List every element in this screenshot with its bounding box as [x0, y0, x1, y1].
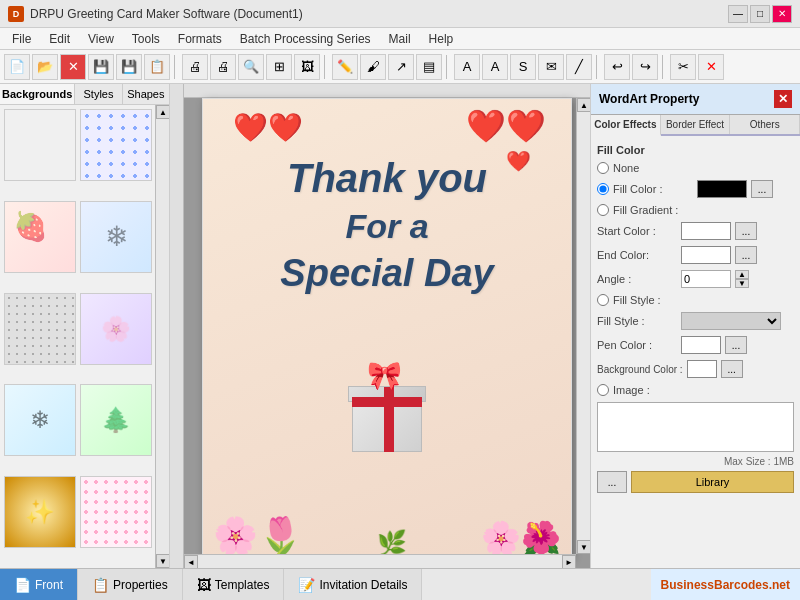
bg-thumb-8[interactable]: 🌲	[80, 384, 152, 456]
menu-help[interactable]: Help	[421, 30, 462, 48]
image-area[interactable]	[597, 402, 794, 452]
toolbar-text[interactable]: A	[454, 54, 480, 80]
vertical-scrollbar[interactable]: ▲ ▼	[576, 98, 590, 554]
bow: 🎀	[367, 359, 402, 392]
angle-down-btn[interactable]: ▼	[735, 279, 749, 288]
toolbar-barcode[interactable]: ▤	[416, 54, 442, 80]
toolbar-open[interactable]: 📂	[32, 54, 58, 80]
toolbar-print2[interactable]: 🖨	[210, 54, 236, 80]
menubar: File Edit View Tools Formats Batch Proce…	[0, 28, 800, 50]
menu-view[interactable]: View	[80, 30, 122, 48]
end-color-dots-btn[interactable]: ...	[735, 246, 757, 264]
start-color-dots-btn[interactable]: ...	[735, 222, 757, 240]
tab-invitation[interactable]: 📝 Invitation Details	[284, 569, 422, 600]
card-canvas[interactable]: ❤️❤️ ❤️❤️ ❤️ Thank you For a Special Day	[202, 98, 572, 558]
h-scroll-track[interactable]	[198, 555, 562, 568]
tab-others[interactable]: Others	[730, 115, 800, 134]
toolbar-redo[interactable]: ↪	[632, 54, 658, 80]
branch-center: 🌿	[377, 529, 407, 557]
radio-none[interactable]	[597, 162, 609, 174]
end-color-swatch[interactable]	[681, 246, 731, 264]
toolbar-new[interactable]: 📄	[4, 54, 30, 80]
toolbar-line[interactable]: ╱	[566, 54, 592, 80]
toolbar-grid[interactable]: ⊞	[266, 54, 292, 80]
scroll-up-arrow[interactable]: ▲	[156, 105, 169, 119]
tab-color-effects[interactable]: Color Effects	[591, 115, 661, 136]
pen-color-dots-btn[interactable]: ...	[725, 336, 747, 354]
bg-color-swatch[interactable]	[687, 360, 717, 378]
bg-color-dots-btn[interactable]: ...	[721, 360, 743, 378]
minimize-btn[interactable]: —	[728, 5, 748, 23]
toolbar-text2[interactable]: A	[482, 54, 508, 80]
toolbar-email[interactable]: ✉	[538, 54, 564, 80]
right-panel-close-btn[interactable]: ✕	[774, 90, 792, 108]
flower-right: 🌸🌺	[481, 519, 561, 557]
radio-none-row: None	[597, 162, 794, 174]
bg-thumb-5[interactable]	[4, 293, 76, 365]
toolbar-save[interactable]: 💾	[88, 54, 114, 80]
tab-properties[interactable]: 📋 Properties	[78, 569, 183, 600]
window-controls[interactable]: — □ ✕	[728, 5, 792, 23]
angle-input[interactable]	[681, 270, 731, 288]
menu-tools[interactable]: Tools	[124, 30, 168, 48]
toolbar-copy[interactable]: 📋	[144, 54, 170, 80]
toolbar-zoom[interactable]: 🔍	[238, 54, 264, 80]
fill-style-select[interactable]	[681, 312, 781, 330]
toolbar-close[interactable]: ✕	[60, 54, 86, 80]
radio-fill-style[interactable]	[597, 294, 609, 306]
start-color-swatch[interactable]	[681, 222, 731, 240]
maximize-btn[interactable]: □	[750, 5, 770, 23]
menu-mail[interactable]: Mail	[381, 30, 419, 48]
toolbar-sep4	[596, 55, 600, 79]
tab-backgrounds[interactable]: Backgrounds	[0, 84, 75, 104]
radio-gradient[interactable]	[597, 204, 609, 216]
bg-thumb-3[interactable]: 🍓	[4, 201, 76, 273]
angle-up-btn[interactable]: ▲	[735, 270, 749, 279]
v-scroll-track[interactable]	[577, 112, 590, 540]
tab-templates[interactable]: 🖼 Templates	[183, 569, 285, 600]
toolbar-undo[interactable]: ↩	[604, 54, 630, 80]
bg-thumb-10[interactable]	[80, 476, 152, 548]
menu-file[interactable]: File	[4, 30, 39, 48]
radio-fill-color[interactable]	[597, 183, 609, 195]
scroll-top-arrow[interactable]: ▲	[577, 98, 590, 112]
tab-styles[interactable]: Styles	[75, 84, 122, 104]
main-area: Backgrounds Styles Shapes 🍓 ❄ 🌸 ❄ 🌲 ✨ ▲ …	[0, 84, 800, 568]
toolbar-paint[interactable]: 🖌	[360, 54, 386, 80]
library-btn[interactable]: Library	[631, 471, 794, 493]
fill-color-dots-btn[interactable]: ...	[751, 180, 773, 198]
tab-front[interactable]: 📄 Front	[0, 569, 78, 600]
toolbar-wordart[interactable]: S	[510, 54, 536, 80]
tab-border-effect[interactable]: Border Effect	[661, 115, 731, 134]
tab-shapes[interactable]: Shapes	[123, 84, 169, 104]
close-btn[interactable]: ✕	[772, 5, 792, 23]
pen-color-swatch[interactable]	[681, 336, 721, 354]
toolbar-cut[interactable]: ✂	[670, 54, 696, 80]
templates-label: Templates	[215, 578, 270, 592]
bg-thumb-2[interactable]	[80, 109, 152, 181]
scroll-right-arrow[interactable]: ►	[562, 555, 576, 568]
toolbar-delete[interactable]: ✕	[698, 54, 724, 80]
toolbar-photo[interactable]: 🖼	[294, 54, 320, 80]
card-text-thankyou[interactable]: Thank you For a Special Day	[203, 154, 571, 296]
scroll-bottom-arrow[interactable]: ▼	[577, 540, 590, 554]
bg-thumb-4[interactable]: ❄	[80, 201, 152, 273]
menu-formats[interactable]: Formats	[170, 30, 230, 48]
bg-thumb-1[interactable]	[4, 109, 76, 181]
scroll-down-arrow[interactable]: ▼	[156, 554, 169, 568]
menu-edit[interactable]: Edit	[41, 30, 78, 48]
horizontal-scrollbar[interactable]: ◄ ►	[184, 554, 576, 568]
toolbar-save2[interactable]: 💾	[116, 54, 142, 80]
menu-batch[interactable]: Batch Processing Series	[232, 30, 379, 48]
radio-image[interactable]	[597, 384, 609, 396]
prop-action-btn[interactable]: ...	[597, 471, 627, 493]
left-scrollbar[interactable]: ▲ ▼	[155, 105, 169, 568]
toolbar-arrow[interactable]: ↗	[388, 54, 414, 80]
bg-thumb-9[interactable]: ✨	[4, 476, 76, 548]
scroll-left-arrow[interactable]: ◄	[184, 555, 198, 568]
fill-color-swatch[interactable]	[697, 180, 747, 198]
toolbar-print[interactable]: 🖨	[182, 54, 208, 80]
bg-thumb-6[interactable]: 🌸	[80, 293, 152, 365]
bg-thumb-7[interactable]: ❄	[4, 384, 76, 456]
toolbar-pen[interactable]: ✏️	[332, 54, 358, 80]
